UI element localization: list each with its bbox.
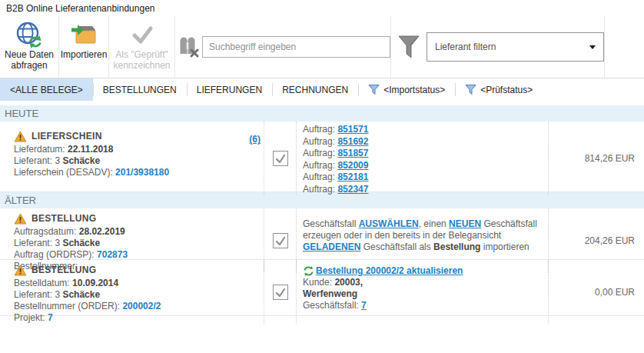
- order-line: Auftrag: 852347: [303, 184, 543, 196]
- warning-icon: [14, 265, 27, 276]
- chevron-down-icon: [589, 45, 596, 49]
- import-folder-icon: [70, 20, 98, 49]
- row-checkbox[interactable]: [273, 151, 288, 166]
- new-data-label-1: Neue Daten: [5, 49, 54, 60]
- binoculars-clear-icon: [178, 35, 200, 58]
- update-order-link[interactable]: Bestellung 200002/2 aktualisieren: [316, 265, 463, 277]
- mark-checked-label-1: Als "Geprüft": [115, 49, 168, 60]
- mark-checked-label-2: kennzeichnen: [113, 60, 170, 71]
- doc-type-label: LIEFERSCHEIN: [32, 131, 102, 142]
- checkmark-icon: [129, 20, 155, 49]
- supplier-filter-dropdown[interactable]: Lieferant filtern: [427, 32, 604, 62]
- section-header-heute: HEUTE: [0, 105, 644, 122]
- new-data-button[interactable]: Neue Daten abfragen: [0, 16, 59, 78]
- search-input[interactable]: [202, 36, 390, 58]
- row-checkbox[interactable]: [273, 233, 288, 248]
- filter-group: Lieferant filtern: [391, 16, 605, 78]
- doc-type-label: BESTELLUNG: [32, 265, 96, 276]
- order-line: Auftrag: 851571: [303, 124, 543, 136]
- order-link[interactable]: 852181: [337, 172, 368, 182]
- funnel-icon: [368, 84, 380, 95]
- new-case-link[interactable]: NEUEN: [449, 218, 481, 229]
- list-item-bestellung-2019: BESTELLUNG Auftragsdatum: 28.02.2019 Lie…: [0, 208, 644, 260]
- select-case-link[interactable]: AUSWÄHLEN: [359, 218, 419, 229]
- order-count-link[interactable]: (6): [249, 134, 261, 145]
- doc-type-label: BESTELLUNG: [32, 213, 96, 225]
- supplier-filter-value: Lieferant filtern: [435, 42, 496, 52]
- amount: 814,26 EUR: [548, 122, 644, 195]
- tab-alle-belege[interactable]: <ALLE BELEGE>: [0, 78, 93, 101]
- toolbar: Neue Daten abfragen Importieren Als "Gep…: [0, 16, 644, 78]
- import-label: Importieren: [61, 49, 108, 60]
- tab-bestellungen[interactable]: BESTELLUNGEN: [93, 78, 187, 101]
- tab-rechnungen[interactable]: RECHNUNGEN: [272, 78, 358, 101]
- order-line: Auftrag: 852009: [303, 160, 543, 172]
- warning-icon: [14, 213, 27, 225]
- list-item-lieferschein: LIEFERSCHEIN Lieferdatum: 22.11.2018 Lie…: [0, 122, 644, 192]
- loaded-case-link[interactable]: GELADENEN: [303, 241, 360, 252]
- toolbar-spacer: [605, 16, 644, 78]
- order-line: Auftrag: 851857: [303, 148, 543, 160]
- order-link[interactable]: 851571: [337, 124, 368, 135]
- import-button[interactable]: Importieren: [59, 16, 109, 78]
- customer-city: Werfenweng: [303, 288, 357, 299]
- globe-refresh-icon: [15, 20, 43, 49]
- funnel-icon: [465, 84, 476, 95]
- order-link[interactable]: 851857: [337, 148, 368, 158]
- search-group: [175, 16, 391, 78]
- action-text: Geschäftsfall AUSWÄHLEN, einen NEUEN Ges…: [303, 218, 543, 253]
- tab-importstatus[interactable]: <Importstatus>: [358, 78, 455, 101]
- order-line: Auftrag: 851692: [303, 136, 543, 148]
- funnel-icon: [397, 34, 420, 60]
- row-checkbox[interactable]: [273, 285, 288, 300]
- order-link[interactable]: 852347: [337, 184, 368, 195]
- tab-pruefstatus[interactable]: <Prüfstatus>: [455, 78, 543, 101]
- mark-checked-button: Als "Geprüft" kennzeichnen: [109, 16, 175, 78]
- order-line: Auftrag: 852181: [303, 172, 543, 184]
- amount: 0,00 EUR: [548, 260, 644, 324]
- document-tabs: <ALLE BELEGE> BESTELLUNGEN LIEFERUNGEN R…: [0, 78, 644, 101]
- list-item-bestellung-2014: BESTELLUNG Bestelldatum: 10.09.2014 Lief…: [0, 260, 644, 316]
- order-link[interactable]: 852009: [337, 160, 368, 171]
- order-link[interactable]: 851692: [337, 136, 368, 147]
- window-title: B2B Online Lieferantenanbindungen: [0, 0, 644, 16]
- refresh-icon: [303, 265, 314, 277]
- case-link[interactable]: 7: [361, 300, 367, 311]
- new-data-label-2: abfragen: [11, 60, 47, 71]
- tab-lieferungen[interactable]: LIEFERUNGEN: [187, 78, 272, 101]
- document-list: HEUTE LIEFERSCHEIN Lieferdatum: 22.11.20…: [0, 105, 644, 316]
- warning-icon: [14, 131, 27, 142]
